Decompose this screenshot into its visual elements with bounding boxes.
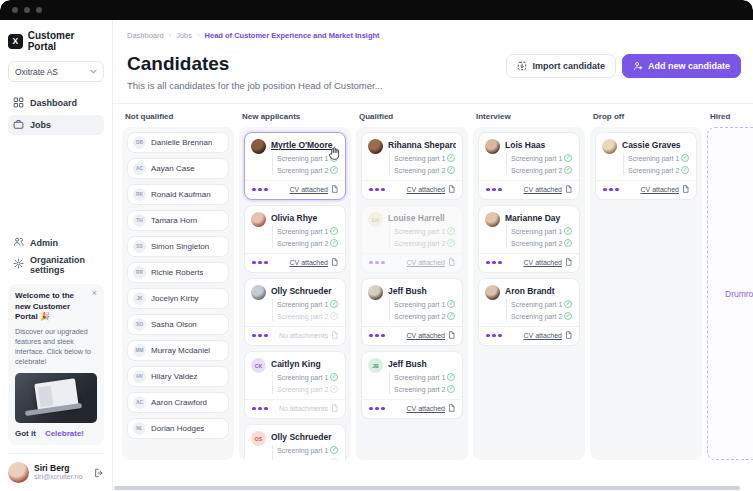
attachment-link[interactable]: CV attached [406, 404, 455, 413]
column-title: Drop off [593, 112, 702, 121]
card-top: Rihanna ShepardScreening part 1✓Screenin… [362, 133, 462, 177]
candidate-card[interactable]: LHLouise HarrellScreening part 1✓Screeni… [361, 205, 463, 273]
column-title: New applicants [242, 112, 351, 121]
candidate-card[interactable]: HVHilary Valdez [127, 366, 229, 387]
column-title: Not qualified [125, 112, 234, 121]
check-circle-icon: ✓ [330, 385, 338, 393]
candidate-card[interactable]: RKRonald Kaufman [127, 184, 229, 205]
logout-icon[interactable] [94, 464, 104, 482]
user-name: Siri Berg [34, 463, 82, 474]
candidate-card[interactable]: JKJocelyn Kirby [127, 288, 229, 309]
candidate-card[interactable]: ACAaron Crawford [127, 392, 229, 413]
avatar: RK [133, 188, 146, 201]
candidate-card[interactable]: Rihanna ShepardScreening part 1✓Screenin… [361, 132, 463, 200]
attachment-link[interactable]: CV attached [523, 185, 572, 194]
candidate-card[interactable]: RRRichie Roberts [127, 262, 229, 283]
candidate-card[interactable]: SSSimon Singleton [127, 236, 229, 257]
avatar: JB [368, 358, 383, 373]
screening-row: Screening part 1✓ [511, 153, 573, 163]
column-body: Rihanna ShepardScreening part 1✓Screenin… [356, 127, 468, 460]
document-icon [448, 185, 455, 194]
candidate-name: Aayan Case [151, 164, 195, 173]
column-body: Cassie GravesScreening part 1✓Screening … [590, 127, 702, 460]
attachment-link[interactable]: CV attached [289, 185, 338, 194]
attachment-link[interactable]: CV attached [640, 185, 689, 194]
candidate-card[interactable]: Marianne DayScreening part 1✓Screening p… [478, 205, 580, 273]
candidate-name: Caitlyn King [271, 359, 339, 369]
organization-select[interactable]: Oxitrate AS [8, 61, 104, 82]
candidate-card[interactable]: Olivia RhyeScreening part 1✓Screening pa… [244, 205, 346, 273]
breadcrumb-link[interactable]: Dashboard [127, 31, 164, 40]
candidate-card[interactable]: Jeff BushScreening part 1✓Screening part… [361, 278, 463, 346]
candidate-card[interactable]: Olly SchruederScreening part 1✓Screening… [244, 278, 346, 346]
candidate-name: Sasha Olson [151, 320, 197, 329]
sidebar-item-dashboard[interactable]: Dashboard [8, 93, 104, 113]
attachment-label: CV attached [640, 186, 679, 193]
candidate-tags-dots [252, 188, 268, 192]
card-footer: CV attached [245, 180, 345, 199]
card-top: Marianne DayScreening part 1✓Screening p… [479, 206, 579, 250]
import-icon [517, 61, 527, 71]
sidebar-secondary-nav: AdminOrganization settings [8, 233, 104, 275]
card-top: Lois HaasScreening part 1✓Screening part… [479, 133, 579, 177]
avatar [251, 139, 266, 154]
card-top: OSOlly SchruederScreening part 1✓Screeni… [245, 425, 345, 460]
attachment-link[interactable]: CV attached [406, 258, 455, 267]
candidate-card[interactable]: Aron BrandtScreening part 1✓Screening pa… [478, 278, 580, 346]
candidate-name: Olly Schrueder [271, 432, 339, 442]
candidate-tags-dots [369, 334, 385, 338]
screening-row: Screening part 1✓ [277, 299, 339, 309]
attachment-link[interactable]: CV attached [289, 258, 338, 267]
candidate-card[interactable]: THTamara Horn [127, 210, 229, 231]
window-control-zoom-icon[interactable] [36, 7, 42, 13]
candidate-card[interactable]: Myrtle O'MooreScreening part 1✓Screening… [244, 132, 346, 200]
screening-label: Screening part 2 [394, 313, 445, 320]
candidate-tags-dots [486, 261, 502, 265]
card-footer: CV attached [362, 326, 462, 345]
user-row: Siri Berg siri@xcruiter.no [8, 453, 104, 483]
candidate-card[interactable]: OSOlly SchruederScreening part 1✓Screeni… [244, 424, 346, 460]
candidate-card[interactable]: MMMurray Mcdaniel [127, 340, 229, 361]
column-body[interactable]: Drumroll, p [707, 127, 753, 460]
close-icon[interactable]: × [92, 288, 97, 298]
import-candidate-button[interactable]: Import candidate [506, 54, 616, 78]
add-new-candidate-button[interactable]: Add new candidate [622, 54, 741, 78]
candidate-card[interactable]: Cassie GravesScreening part 1✓Screening … [595, 132, 697, 200]
got-it-button[interactable]: Got it [15, 429, 36, 438]
window-control-minimize-icon[interactable] [24, 7, 30, 13]
candidate-card[interactable]: CKCaitlyn KingScreening part 1✓Screening… [244, 351, 346, 419]
card-main: Olly SchruederScreening part 1✓Screening… [271, 431, 339, 460]
screening-label: Screening part 1 [277, 374, 328, 381]
avatar: OS [251, 431, 266, 446]
candidate-card[interactable]: SOSasha Olson [127, 314, 229, 335]
attachment-link[interactable]: CV attached [523, 331, 572, 340]
candidate-card[interactable]: Lois HaasScreening part 1✓Screening part… [478, 132, 580, 200]
card-main: Cassie GravesScreening part 1✓Screening … [622, 139, 690, 175]
screening-row: Screening part 2✓ [277, 457, 339, 460]
celebrate-button[interactable]: Celebrate! [45, 429, 84, 438]
board-column: QualifiedRihanna ShepardScreening part 1… [356, 112, 468, 460]
horizontal-scrollbar[interactable] [114, 486, 740, 490]
breadcrumb-link[interactable]: Jobs [176, 31, 192, 40]
promo-card: Welcome to the new Customer Portal 🎉 × D… [8, 284, 104, 445]
screening-row: Screening part 1✓ [511, 299, 573, 309]
candidate-card[interactable]: ACAayan Case [127, 158, 229, 179]
window-control-close-icon[interactable] [12, 7, 18, 13]
card-top: Olivia RhyeScreening part 1✓Screening pa… [245, 206, 345, 250]
sidebar-item-organization-settings[interactable]: Organization settings [8, 255, 104, 275]
attachment-link[interactable]: CV attached [406, 185, 455, 194]
card-main: Olivia RhyeScreening part 1✓Screening pa… [271, 212, 339, 248]
sidebar-item-jobs[interactable]: Jobs [8, 115, 104, 135]
document-icon [565, 258, 572, 267]
sidebar-item-admin[interactable]: Admin [8, 233, 104, 253]
document-icon [331, 258, 338, 267]
candidate-card[interactable]: NLDorian Hodges [127, 418, 229, 439]
candidate-card[interactable]: DBDanielle Brennan [127, 132, 229, 153]
attachment-link[interactable]: CV attached [523, 258, 572, 267]
check-circle-icon: ✓ [681, 154, 689, 162]
attachment-link[interactable]: CV attached [406, 331, 455, 340]
screening-label: Screening part 1 [511, 301, 562, 308]
check-circle-icon: ✓ [330, 312, 338, 320]
screening-row: Screening part 2✓ [628, 165, 690, 175]
candidate-card[interactable]: JBJeff BushScreening part 1✓Screening pa… [361, 351, 463, 419]
